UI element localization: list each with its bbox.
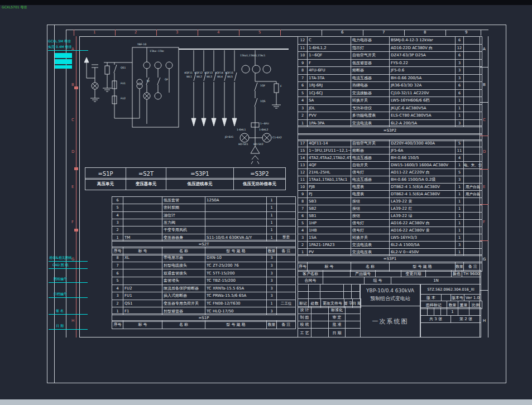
mark-weight [458,307,469,316]
table-cell [205,219,267,226]
table-row: 2PVV多功能电度表ELS-CT80 AC380V5A1 [298,112,482,120]
table-cell: 3 [298,234,308,241]
table-cell [277,277,295,285]
table-cell: 1 [267,226,277,233]
table-cell: 转换开关 [351,97,390,104]
table-cell: 3 [267,277,277,285]
table-cell: 信号灯 [351,227,390,234]
table-cell: 3 [456,67,464,74]
table-cell [277,292,295,300]
annotation-label: F [280,85,282,88]
table-cell: JKLJC-6 AC380V5A [390,105,456,112]
table-cell: 自动空气开关 [351,52,390,59]
table-row: 8XL带电显示器DXN-103 [112,254,295,262]
zone-tick [480,204,488,205]
table-cell: 6 [298,82,308,89]
table-cell: 1 [267,197,277,204]
sheet-index: 第 2 张 [450,315,481,323]
annotation-label: 4QF14 [215,71,223,74]
zone-tick [322,30,322,36]
table-cell: 熔断器 [351,147,390,154]
zone-tick [480,240,488,241]
table-row: 2QS1变压器专用负荷开关TC FN08-12/T6301二工位 [112,300,295,308]
table-cell: CJ10-32/11 AC220V [390,90,456,97]
zone-label: G [71,257,74,262]
annotation-label: 4QF15 [225,71,233,74]
zone-label: D [71,150,74,154]
sign-draw-label: 制 图 [298,314,311,321]
annotation-label: TV [146,80,150,83]
zone-label: H [483,319,486,323]
table-cell: 电流互感器 [351,176,390,183]
zone-label: 2 [135,30,137,35]
table-cell: 油位计 [162,212,205,219]
table-cell: BH-0.66 1500/5A 0.2级 [390,176,456,183]
table-cell: 1TA-3TA [308,75,351,82]
drawing-number: STZ.562.0962.304.016_XI [420,284,481,295]
table-cell: AD11-22 AC220V 白 [390,169,456,176]
table-row: 31SA转换开关LW5-16YH3/31 [298,234,482,242]
table-cell: TC PRWa-15.5/6 65A [205,292,267,300]
frame-right-outer [488,36,488,338]
table-cell: 3 [267,269,277,277]
table-cell: 7 [298,205,308,212]
table-cell: LW5-16YH606/6 6档 [390,97,456,104]
sheet-border-top [47,25,506,25]
cyan-highlight-bar[interactable] [55,53,72,58]
table-cell: 1 [456,191,464,197]
table-cell: 4 [298,227,308,234]
table-cell: 信号灯 [351,169,390,176]
zone-label: A [71,47,74,51]
sign-std-value [345,306,361,314]
table-cell: 1 [456,184,464,190]
table-cell: 二工位 [277,300,295,307]
one-line-schematic [78,39,301,167]
table-cell: 用户自备 [464,184,482,190]
window-bottom-strip [0,399,532,405]
parts-table-s3p1: 174QF11-14自动空气开关DZ20Y-400/3300 400A5151~… [298,139,482,256]
zone-tick [481,30,481,36]
table-cell: 1 [456,97,464,104]
table-cell: FU2 [123,285,162,292]
annotation-label: WL4 [217,75,223,78]
zone-label: 7 [382,30,385,35]
table-cell: 11 [298,45,308,52]
zone-label: B [71,83,74,87]
table-cell: ELS-CT80 AC380V5A [390,112,456,119]
table-row: 151~3FU,1FU11~12,1~4FU2熔断器JF5-6A11 [298,147,482,155]
annotation-label: WL5 [227,75,233,78]
table-cell [464,220,482,226]
product-title-line2: 预制组合式变电站 [370,295,410,302]
annotation-label: 4QF13 [204,71,213,74]
sign-draw-value [311,314,329,321]
table-cell: TC TBZ-15/200 [205,277,267,285]
table-row: 61RJ-6RJ热继电器JR36-63/3D 32A6 [298,82,482,90]
contract-value [323,277,365,285]
table-row: 111TAa1,1TAb1,1TAc1电流互感器BH-0.66 1500/5A … [298,176,482,184]
parts-header-s1p: 序号标 号名 称型 号 规 格数量备 注 [112,320,296,329]
annotation-label: FU1 [121,82,126,85]
table-cell: 5 [298,90,308,97]
annotation-label: C1-6X2 [272,136,282,139]
cyan-highlight-bar[interactable] [55,59,72,64]
zone-label: 6 [341,30,343,35]
table-cell: 3 [456,60,464,67]
table-cell: 交流电流表 [351,242,390,248]
table-cell: 1 [456,198,464,205]
table-cell: 热继电器 [351,82,390,89]
table-cell: 干变专用风机 [162,226,205,233]
table-cell: 电度表 [351,191,390,197]
zone-tick [480,136,488,136]
header-cell: 低压无功补偿单元 [234,179,285,190]
table-cell [277,254,295,262]
cyan-highlight-bar[interactable] [55,65,72,69]
table-cell [123,197,162,204]
header-cell: 序号 [112,321,123,329]
table-cell: 低压避雷器 [351,60,390,67]
annotation-label: 1-6HL2 [259,128,268,131]
red-marker [74,229,78,232]
table-cell: 3 [456,242,464,248]
table-cell [464,169,482,176]
table-cell: DXN-10 [205,254,267,262]
table-cell: LA39-22 红 [390,205,456,212]
